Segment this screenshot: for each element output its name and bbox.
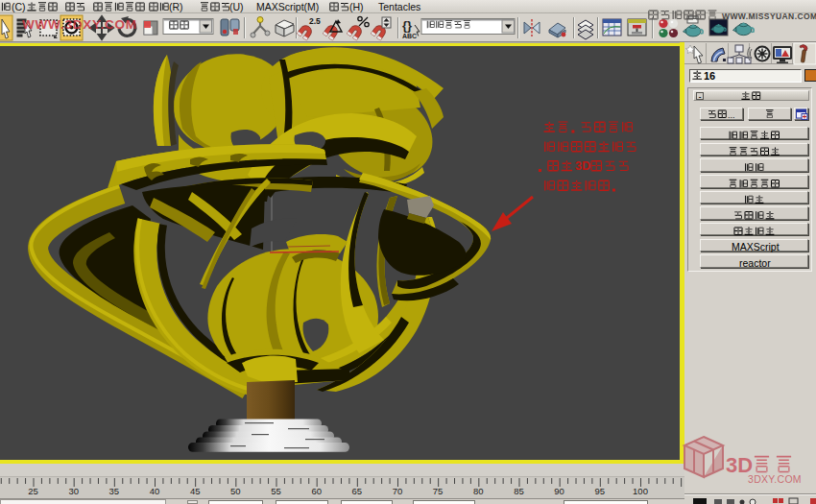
svg-text:...: ... — [728, 110, 735, 120]
svg-text:(R): (R) — [169, 1, 183, 12]
svg-text:16: 16 — [704, 70, 715, 82]
svg-text:WWW.MISSYUAN.COM: WWW.MISSYUAN.COM — [722, 12, 816, 21]
svg-text:(U): (U) — [229, 1, 244, 12]
svg-text:WWW.3DXY.COM: WWW.3DXY.COM — [22, 17, 137, 32]
svg-text:(H): (H) — [349, 1, 364, 12]
svg-text:Tentacles: Tentacles — [378, 1, 420, 12]
svg-text:reactor: reactor — [739, 257, 771, 269]
svg-text:3DXY.COM: 3DXY.COM — [748, 473, 802, 485]
svg-text:MAXScript: MAXScript — [732, 241, 780, 252]
svg-text:MAXScript(M): MAXScript(M) — [256, 1, 319, 12]
svg-text:(C): (C) — [12, 1, 26, 12]
svg-text:3D: 3D — [575, 159, 590, 173]
